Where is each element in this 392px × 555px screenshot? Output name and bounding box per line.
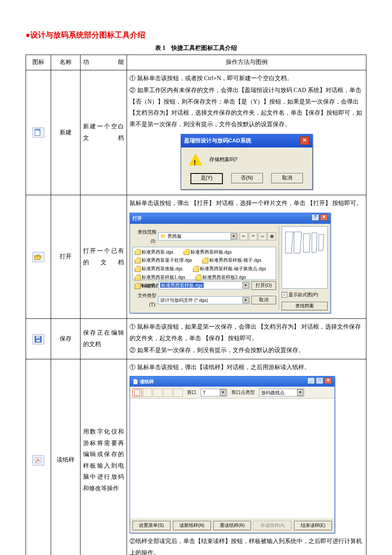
pattern-canvas[interactable] [130, 399, 334, 518]
read-pattern-dialog: 📄 读纸样 _ □ ✕ [130, 376, 335, 534]
no-button[interactable]: 否(N) [231, 173, 263, 183]
cancel-button[interactable]: 取消 [251, 296, 276, 304]
row-func: 打开一个已有的文档 [81, 195, 127, 319]
nav-up-icon[interactable]: ⬏ [249, 232, 257, 240]
reread-button[interactable]: 重读纸样(R) [213, 521, 251, 530]
open-file-icon [32, 252, 44, 262]
dialog-title: 📄 读纸样 [133, 377, 154, 386]
tool-icon[interactable] [153, 388, 162, 397]
th-func: 功能 [81, 55, 127, 70]
new-file-icon [32, 127, 44, 138]
row-desc: ① 鼠标单击该按钮，或者按 Ctrl+N，即可新建一个空白文档。 [130, 73, 363, 84]
folder-combo[interactable]: 📁 男西服 [158, 232, 238, 240]
tool-icon[interactable] [163, 388, 173, 397]
tool-icon[interactable] [143, 388, 152, 397]
th-desc: 操作方法与图例 [127, 55, 366, 70]
yes-button[interactable]: 是(Y) [190, 173, 223, 184]
svg-marker-2 [35, 255, 41, 260]
finish-read-button[interactable]: 结束读样(E) [294, 521, 332, 530]
row-desc: ② 如果工作区内有未保存的文件，会弹出【盈瑞恒设计与放码 CAD 系统】对话框，… [130, 85, 363, 130]
settings-menu-button[interactable]: 设置菜单(S) [133, 521, 170, 530]
page-heading: ●设计与放码系统部分图标工具介绍 [26, 30, 366, 40]
row-func: 用数字化仪和游标将需要再编辑或保存的样板输入到电脑中进行放码和修改等操作 [81, 359, 127, 555]
close-icon[interactable]: ✕ [320, 214, 328, 221]
read-new-button[interactable]: 读新纸样(N) [173, 521, 211, 530]
file-list[interactable]: 标准男西装.dgs 标准男西装样板.dgs 标准男西装里子处理.dgs 标准男西… [133, 247, 276, 280]
preview-pane [282, 226, 328, 289]
table-caption: 表 1 快捷工具栏图标工具介绍 [26, 44, 366, 52]
cut-combo[interactable]: T [201, 389, 227, 396]
filetype-label: 文件类型(T): [133, 291, 156, 309]
row-desc: ② 如果不是第一次保存，则没有提示，文件会按默认的设置保存。 [130, 345, 363, 356]
close-icon[interactable]: ✕ [300, 136, 309, 145]
row-name: 保存 [51, 319, 81, 359]
dialog-title: 盈瑞恒设计与放码CAD系统 [184, 136, 251, 146]
nav-views-icon[interactable]: ▦ [268, 232, 276, 240]
svg-rect-4 [36, 336, 40, 338]
th-icon: 图标 [26, 55, 51, 70]
row-func: 新建一个空白文档 [81, 70, 127, 195]
minimize-icon[interactable]: _ [307, 377, 315, 384]
filetype-combo[interactable]: 设计与放码文件 (*.dgs) [158, 296, 250, 304]
row-desc: ① 鼠标单击该按钮，如果是第一次保存，会弹出 【文档另存为】 对话框，选择文件保… [130, 321, 363, 344]
svg-rect-6 [38, 337, 39, 338]
dialog-message: 存储档案吗? [209, 155, 238, 165]
row-desc: 鼠标单击该按钮，弹出 【打开】 对话框，选择一个样片文件，单击 【打开】 按钮即… [130, 198, 363, 209]
append-read-button: 补读纸样(A) [254, 521, 291, 530]
nav-back-icon[interactable]: ⇐ [239, 232, 248, 240]
th-name: 名称 [51, 55, 81, 70]
tool-icon[interactable] [173, 388, 183, 397]
filename-combo[interactable]: 标准男西装样板.dgs [158, 281, 250, 289]
close-icon[interactable]: ✕ [324, 377, 332, 384]
row-desc: ① 鼠标单击该按钮，弹出【读纸样】对话框，之后用游标读入纸样。 [130, 362, 363, 373]
cut-label: 剪口 [187, 388, 196, 397]
help-icon[interactable]: ? [311, 214, 319, 221]
open-dialog: 打开 ? ✕ 查找范围(I): 📁 男西服 ⇐ [130, 213, 331, 313]
point-type-combo[interactable]: 放码曲线点 [259, 389, 304, 396]
look-in-label: 查找范围(I): [133, 228, 156, 246]
open-button[interactable]: 打开(O) [251, 281, 276, 290]
row-name: 读纸样 [51, 359, 81, 555]
tool-icon[interactable] [133, 388, 142, 397]
search-archive-button[interactable]: 查找档案 [282, 302, 328, 310]
dialog-title: 打开 [133, 214, 142, 223]
cancel-button[interactable]: 取消 [271, 173, 303, 183]
row-func: 保存正在编辑的文档 [81, 319, 127, 359]
save-confirm-dialog: 盈瑞恒设计与放码CAD系统 ✕ 存储档案吗? 是(Y) 否(N) 取消 [181, 134, 313, 190]
show-preview-checkbox[interactable]: ✓显示款式图(P) [282, 290, 328, 299]
save-icon [32, 334, 44, 344]
point-type-label: 剪口点类型 [231, 388, 255, 397]
warning-icon [189, 153, 202, 165]
row-name: 新建 [51, 70, 81, 195]
svg-rect-5 [36, 340, 40, 342]
row-desc: ②纸样全部读完后，单击【结束读样】按钮，样板被输入到系统中，之后即可进行计算机上… [130, 536, 363, 555]
read-pattern-icon [32, 455, 44, 465]
maximize-icon[interactable]: □ [316, 377, 323, 384]
row-name: 打开 [51, 195, 81, 319]
nav-newfolder-icon[interactable]: ▭ [258, 232, 267, 240]
tool-table: 图标 名称 功能 操作方法与图例 新建 新建一个空白文档 ① 鼠标单击该按钮，或… [26, 55, 366, 555]
